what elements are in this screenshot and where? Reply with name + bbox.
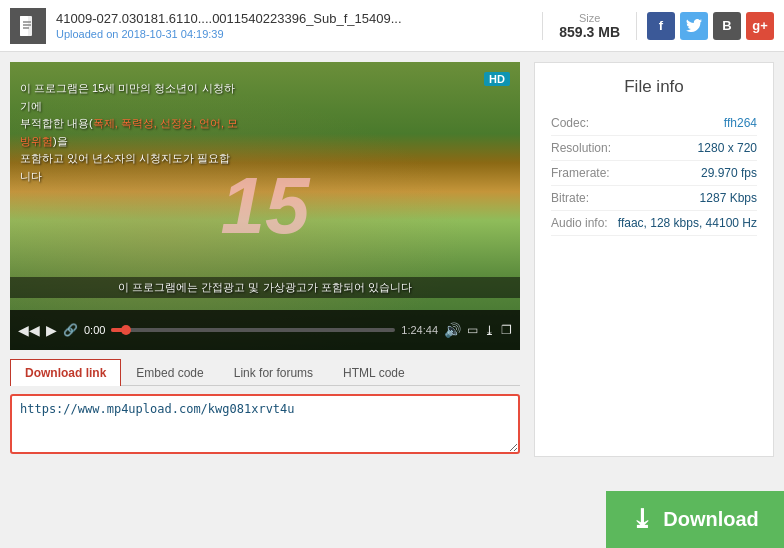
- file-size-block: Size 859.3 MB: [542, 12, 637, 40]
- rewind-button[interactable]: ◀◀: [18, 323, 40, 337]
- framerate-value: 29.970 fps: [701, 166, 757, 180]
- left-panel: 이 프로그램은 15세 미만의 청소년이 시청하기에 부적합한 내용(폭제, 폭…: [10, 62, 520, 457]
- progress-thumb: [121, 325, 131, 335]
- framerate-label: Framerate:: [551, 166, 610, 180]
- video-player[interactable]: 이 프로그램은 15세 미만의 청소년이 시청하기에 부적합한 내용(폭제, 폭…: [10, 62, 520, 350]
- file-info-rows: Codec: ffh264 Resolution: 1280 x 720 Fra…: [551, 111, 757, 236]
- video-subtitle-text: 이 프로그램은 15세 미만의 청소년이 시청하기에 부적합한 내용(폭제, 폭…: [20, 80, 240, 186]
- time-total: 1:24:44: [401, 324, 438, 336]
- bitrate-label: Bitrate:: [551, 191, 589, 205]
- download-video-button[interactable]: ⤓: [484, 324, 495, 337]
- captions-button[interactable]: ▭: [467, 324, 478, 336]
- bitrate-value: 1287 Kbps: [700, 191, 757, 205]
- main-content: 이 프로그램은 15세 미만의 청소년이 시청하기에 부적합한 내용(폭제, 폭…: [0, 52, 784, 467]
- social-icons: f B g+: [647, 12, 774, 40]
- size-value: 859.3 MB: [559, 24, 620, 40]
- size-label: Size: [559, 12, 620, 24]
- audio-label: Audio info:: [551, 216, 608, 230]
- resolution-label: Resolution:: [551, 141, 611, 155]
- page-header: 41009-027.030181.6110....0011540223396_S…: [0, 0, 784, 52]
- hd-badge: HD: [484, 72, 510, 86]
- download-section: ⤓ Download: [606, 491, 784, 548]
- link-input[interactable]: https://www.mp4upload.com/kwg081xrvt4u: [10, 394, 520, 454]
- info-row-framerate: Framerate: 29.970 fps: [551, 161, 757, 186]
- download-button[interactable]: ⤓ Download: [606, 491, 784, 548]
- volume-button[interactable]: 🔊: [444, 323, 461, 337]
- blogger-button[interactable]: B: [713, 12, 741, 40]
- tab-download-link[interactable]: Download link: [10, 359, 121, 386]
- file-icon: [10, 8, 46, 44]
- tab-embed-code[interactable]: Embed code: [121, 359, 218, 386]
- video-bottom-caption: 이 프로그램에는 간접광고 및 가상광고가 포함되어 있습니다: [10, 277, 520, 298]
- info-row-resolution: Resolution: 1280 x 720: [551, 136, 757, 161]
- googleplus-button[interactable]: g+: [746, 12, 774, 40]
- tabs-row: Download link Embed code Link for forums…: [10, 358, 520, 386]
- download-icon: ⤓: [631, 504, 653, 535]
- fullscreen-button[interactable]: ❐: [501, 324, 512, 336]
- audio-value: ffaac, 128 kbps, 44100 Hz: [618, 216, 757, 230]
- file-info-title: File info: [551, 77, 757, 97]
- info-row-audio: Audio info: ffaac, 128 kbps, 44100 Hz: [551, 211, 757, 236]
- video-controls-bar[interactable]: ◀◀ ▶ 🔗 0:00 1:24:44 🔊 ▭ ⤓ ❐: [10, 310, 520, 350]
- time-current: 0:00: [84, 324, 105, 336]
- tab-link-forums[interactable]: Link for forums: [219, 359, 328, 386]
- link-area: https://www.mp4upload.com/kwg081xrvt4u: [10, 394, 520, 457]
- progress-bar[interactable]: [111, 328, 395, 332]
- codec-label: Codec:: [551, 116, 589, 130]
- facebook-button[interactable]: f: [647, 12, 675, 40]
- tab-html-code[interactable]: HTML code: [328, 359, 420, 386]
- codec-value: ffh264: [724, 116, 757, 130]
- resolution-value: 1280 x 720: [698, 141, 757, 155]
- file-title-block: 41009-027.030181.6110....0011540223396_S…: [56, 11, 532, 40]
- upload-info: Uploaded on 2018-10-31 04:19:39: [56, 28, 532, 40]
- age-rating: 15: [221, 166, 310, 246]
- info-row-bitrate: Bitrate: 1287 Kbps: [551, 186, 757, 211]
- file-info-panel: File info Codec: ffh264 Resolution: 1280…: [534, 62, 774, 457]
- filename: 41009-027.030181.6110....0011540223396_S…: [56, 11, 486, 26]
- twitter-button[interactable]: [680, 12, 708, 40]
- play-button[interactable]: ▶: [46, 323, 57, 337]
- info-row-codec: Codec: ffh264: [551, 111, 757, 136]
- link-button[interactable]: 🔗: [63, 324, 78, 336]
- download-label: Download: [663, 508, 759, 531]
- svg-rect-1: [20, 16, 28, 36]
